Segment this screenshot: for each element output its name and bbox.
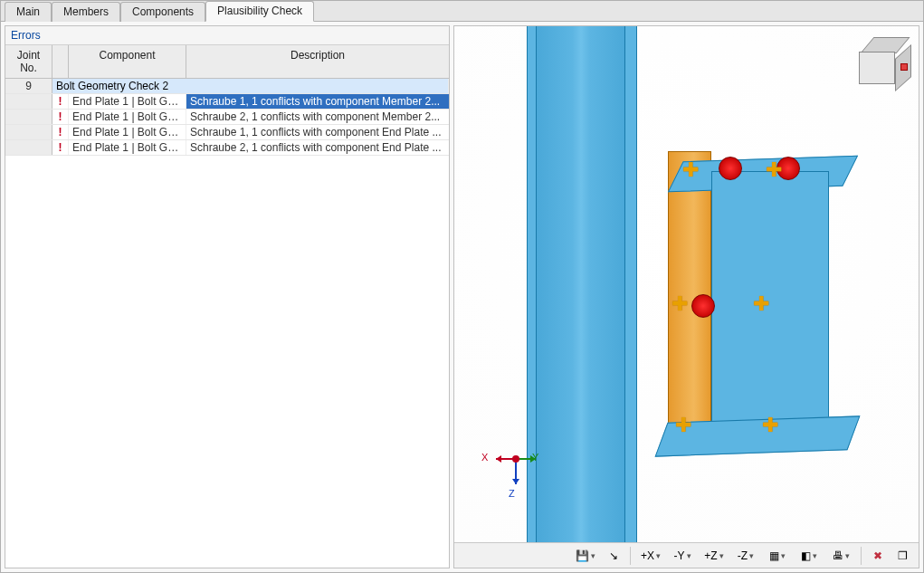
- chevron-down-icon: ▾: [781, 551, 786, 560]
- display-mode-icon: ▦: [769, 549, 779, 562]
- print-view-icon: 🖶: [833, 549, 843, 562]
- row-component: End Plate 1 | Bolt Gro...: [69, 110, 186, 124]
- errors-rows: 9 Bolt Geometry Check 2 !End Plate 1 | B…: [5, 79, 449, 568]
- error-group-row[interactable]: 9 Bolt Geometry Check 2: [5, 79, 449, 94]
- tab-main[interactable]: Main: [5, 2, 52, 22]
- toolbar-separator: [861, 547, 862, 565]
- conflict-marker-icon: ✚: [675, 415, 691, 435]
- chevron-down-icon: ▾: [719, 551, 724, 560]
- print-view-button[interactable]: 🖶▾: [826, 546, 855, 566]
- conflict-marker-icon: ✚: [672, 294, 688, 314]
- iso-view-icon: ◧: [801, 549, 811, 562]
- conflict-marker-icon: ✚: [682, 160, 699, 180]
- bolt-2: [719, 157, 742, 180]
- errors-panel: Errors Joint No. Component Description 9…: [5, 25, 450, 568]
- column-web: [536, 25, 626, 568]
- viewport-panel: ✚ ✚ ✚ ✚ ✚ ✚: [453, 25, 919, 568]
- row-description: Schraube 2, 1 conflicts with component M…: [186, 110, 449, 124]
- view-pos-x-button[interactable]: +X▾: [636, 546, 665, 566]
- row-joint-no: [5, 140, 52, 155]
- errors-panel-title: Errors: [5, 26, 449, 45]
- 3d-viewport[interactable]: ✚ ✚ ✚ ✚ ✚ ✚: [454, 26, 919, 540]
- beam-web: [711, 171, 829, 434]
- view-neg-z-button[interactable]: -Z▾: [731, 546, 760, 566]
- row-component: End Plate 1 | Bolt Gro...: [69, 140, 186, 155]
- save-view-button[interactable]: 💾▾: [571, 546, 600, 566]
- svg-point-6: [512, 455, 519, 463]
- cube-x-marker-icon: [900, 63, 908, 71]
- axis-z-label: Z: [509, 488, 515, 499]
- select-object-button[interactable]: ↘: [603, 546, 624, 566]
- chevron-down-icon: ▾: [656, 551, 661, 560]
- row-component: End Plate 1 | Bolt Gro...: [69, 125, 186, 139]
- axis-y-label: Y: [532, 452, 538, 463]
- error-row[interactable]: !End Plate 1 | Bolt Gro...Schraube 2, 1 …: [5, 110, 449, 125]
- column-flange-right: [624, 25, 637, 568]
- chevron-down-icon: ▾: [591, 551, 595, 560]
- row-description: Schraube 1, 1 conflicts with component E…: [186, 125, 449, 139]
- error-icon: !: [52, 94, 69, 109]
- row-joint-no: [5, 110, 52, 124]
- view-pos-z-button[interactable]: +Z▾: [700, 546, 729, 566]
- view-pos-x-icon: +X: [641, 549, 654, 562]
- iso-view-button[interactable]: ◧▾: [795, 546, 824, 566]
- navigation-cube[interactable]: [856, 37, 906, 87]
- new-window-button[interactable]: ❐: [891, 546, 913, 566]
- cancel-icon: ✖: [873, 549, 882, 562]
- group-label: Bolt Geometry Check 2: [52, 79, 449, 93]
- error-row[interactable]: !End Plate 1 | Bolt Gro...Schraube 1, 1 …: [5, 125, 449, 140]
- row-joint-no: [5, 94, 52, 109]
- tab-members[interactable]: Members: [52, 2, 120, 22]
- conflict-marker-icon: ✚: [753, 294, 769, 314]
- error-row[interactable]: !End Plate 1 | Bolt Gro...Schraube 2, 1 …: [5, 140, 449, 156]
- toolbar-separator: [630, 547, 631, 565]
- conflict-marker-icon: ✚: [762, 415, 778, 435]
- row-joint-no: [5, 125, 52, 139]
- view-neg-y-icon: -Y: [674, 549, 685, 562]
- error-row[interactable]: !End Plate 1 | Bolt Gro...Schraube 1, 1 …: [5, 94, 449, 110]
- conflict-marker-icon: ✚: [766, 160, 782, 180]
- header-description[interactable]: Description: [186, 45, 449, 78]
- select-object-icon: ↘: [609, 549, 618, 562]
- new-window-icon: ❐: [898, 549, 908, 562]
- view-pos-z-icon: +Z: [704, 549, 717, 562]
- save-view-icon: 💾: [576, 549, 589, 562]
- view-neg-z-icon: -Z: [738, 549, 748, 562]
- svg-marker-5: [512, 479, 519, 484]
- cancel-button[interactable]: ✖: [867, 546, 889, 566]
- axis-x-label: X: [481, 452, 488, 463]
- view-neg-y-button[interactable]: -Y▾: [668, 546, 697, 566]
- group-joint-no: 9: [5, 79, 52, 93]
- errors-column-headers: Joint No. Component Description: [5, 45, 449, 79]
- bolt-1: [691, 294, 715, 318]
- header-joint-no[interactable]: Joint No.: [5, 45, 52, 78]
- row-description: Schraube 2, 1 conflicts with component E…: [186, 140, 449, 155]
- error-icon: !: [52, 125, 69, 139]
- header-icon[interactable]: [52, 45, 69, 78]
- header-component[interactable]: Component: [69, 45, 186, 78]
- error-icon: !: [52, 140, 69, 155]
- display-mode-button[interactable]: ▦▾: [763, 546, 792, 566]
- viewport-toolbar: 💾▾↘+X▾-Y▾+Z▾-Z▾▦▾◧▾🖶▾✖❐: [454, 542, 919, 568]
- row-component: End Plate 1 | Bolt Gro...: [69, 94, 186, 109]
- tab-strip: Main Members Components Plausibility Che…: [1, 1, 923, 22]
- chevron-down-icon: ▾: [749, 551, 754, 560]
- axis-triad: X Y Z: [491, 439, 545, 493]
- tab-components[interactable]: Components: [120, 2, 205, 22]
- chevron-down-icon: ▾: [845, 551, 850, 560]
- chevron-down-icon: ▾: [687, 551, 691, 560]
- tab-plausibility-check[interactable]: Plausibility Check: [205, 1, 314, 22]
- chevron-down-icon: ▾: [813, 551, 817, 560]
- error-icon: !: [52, 110, 69, 124]
- row-description: Schraube 1, 1 conflicts with component M…: [186, 94, 449, 109]
- svg-marker-1: [496, 455, 501, 463]
